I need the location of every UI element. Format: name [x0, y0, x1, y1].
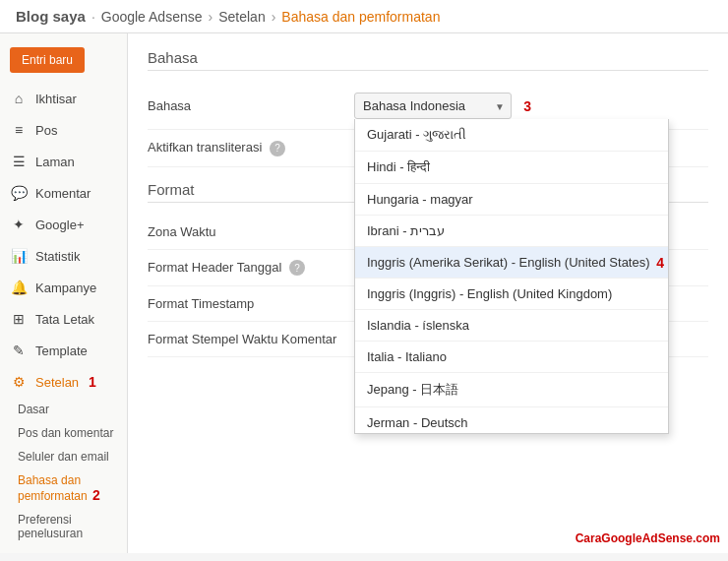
num4-label: 4: [656, 255, 664, 271]
bahasa-dropdown-selected: Bahasa Indonesia: [363, 98, 465, 113]
chevron-down-icon: ▼: [495, 100, 505, 111]
sidebar-label-laman: Laman: [35, 155, 75, 169]
header-arrow2: ›: [272, 9, 276, 25]
sidebar-item-laman[interactable]: ☰ Laman: [0, 146, 127, 177]
home-icon: ⌂: [10, 90, 28, 107]
transliterasi-field-label: Aktifkan transliterasi ?: [148, 140, 344, 156]
setelan-icon: ⚙: [10, 373, 28, 391]
tataletak-icon: ⊞: [10, 310, 28, 328]
sidebar-item-statistik[interactable]: 📊 Statistik: [0, 240, 127, 272]
sidebar-label-setelan: Setelan: [35, 375, 79, 390]
dropdown-item-gujarati[interactable]: Gujarati - ગુજરાતી: [355, 119, 668, 152]
dropdown-item-islandia[interactable]: Islandia - íslenska: [355, 310, 668, 342]
sidebar-label-template: Template: [35, 343, 88, 358]
kampanye-icon: 🔔: [10, 279, 28, 296]
dropdown-item-inggris-us[interactable]: Inggris (Amerika Serikat) - English (Uni…: [355, 247, 668, 279]
header-current: Bahasa dan pemformatan: [281, 9, 440, 25]
sidebar-item-template[interactable]: ✎ Template: [0, 335, 127, 366]
dropdown-item-italia[interactable]: Italia - Italiano: [355, 342, 668, 373]
sidebar-subitem-seluler[interactable]: Seluler dan email: [0, 445, 127, 468]
header-adsense: Google Adsense: [101, 9, 203, 25]
sidebar-item-pos[interactable]: ≡ Pos: [0, 114, 127, 146]
bahasa-dropdown-button[interactable]: Bahasa Indonesia ▼: [354, 93, 512, 119]
sidebar-label-googleplus: Google+: [35, 218, 85, 232]
googleplus-icon: ✦: [10, 216, 28, 233]
sidebar-subitem-preferensi[interactable]: Preferensi penelusuran: [0, 508, 127, 545]
bahasa-section-title: Bahasa: [148, 49, 708, 71]
stempel-field-label: Format Stempel Waktu Komentar: [148, 332, 344, 346]
header-section: Setelan: [218, 9, 265, 25]
header-blog: Blog saya: [16, 8, 86, 25]
layout: Entri baru ⌂ Ikhtisar ≡ Pos ☰ Laman 💬 Ko…: [0, 33, 728, 553]
pos-icon: ≡: [10, 121, 28, 139]
laman-icon: ☰: [10, 153, 28, 170]
timestamp-field-label: Format Timestamp: [148, 296, 344, 311]
sidebar-label-kampanye: Kampanye: [35, 280, 96, 295]
new-entry-button[interactable]: Entri baru: [10, 47, 85, 73]
dropdown-item-hindi[interactable]: Hindi - हिन्दी: [355, 152, 668, 184]
header-arrow1: ›: [209, 9, 213, 25]
dropdown-item-jepang[interactable]: Jepang - 日本語: [355, 373, 668, 407]
dropdown-item-ibrani[interactable]: Ibrani - עברית: [355, 216, 668, 247]
bahasa-dropdown-wrapper: Bahasa Indonesia ▼ 3 Gujarati - ગુજરાતી …: [354, 93, 512, 119]
bahasa-field-row: Bahasa Bahasa Indonesia ▼ 3 Gujarati - ગ…: [148, 83, 708, 130]
statistik-icon: 📊: [10, 247, 28, 265]
sidebar-item-kampanye[interactable]: 🔔 Kampanye: [0, 272, 127, 303]
dropdown-item-jerman[interactable]: Jerman - Deutsch: [355, 407, 668, 434]
sidebar: Entri baru ⌂ Ikhtisar ≡ Pos ☰ Laman 💬 Ko…: [0, 33, 128, 553]
num1-label: 1: [89, 374, 96, 390]
sidebar-label-komentar: Komentar: [35, 186, 91, 201]
header: Blog saya · Google Adsense › Setelan › B…: [0, 0, 728, 33]
main-content: Bahasa Bahasa Bahasa Indonesia ▼ 3 Gujar…: [128, 33, 728, 553]
sidebar-subitem-bahasa[interactable]: Bahasa dan pemformatan 2: [0, 468, 127, 508]
sidebar-label-tataletak: Tata Letak: [35, 312, 94, 327]
sidebar-item-googleplus[interactable]: ✦ Google+: [0, 209, 127, 240]
header-sep1: ·: [91, 9, 95, 25]
sidebar-subitem-dasar[interactable]: Dasar: [0, 398, 127, 421]
header-tanggal-help-icon[interactable]: ?: [289, 260, 305, 276]
header-tanggal-field-label: Format Header Tanggal ?: [148, 260, 344, 277]
num3-label: 3: [523, 98, 531, 114]
bahasa-field-label: Bahasa: [148, 98, 344, 113]
sidebar-item-komentar[interactable]: 💬 Komentar: [0, 177, 127, 209]
dropdown-item-inggris-uk[interactable]: Inggris (Inggris) - English (United King…: [355, 279, 668, 310]
komentar-icon: 💬: [10, 184, 28, 202]
sidebar-label-ikhtisar: Ikhtisar: [35, 92, 77, 106]
sidebar-item-ikhtisar[interactable]: ⌂ Ikhtisar: [0, 83, 127, 114]
watermark: CaraGoogleAdSense.com: [576, 531, 720, 545]
sidebar-item-tataletak[interactable]: ⊞ Tata Letak: [0, 303, 127, 335]
bahasa-dropdown-list[interactable]: Gujarati - ગુજરાતી Hindi - हिन्दी Hungar…: [354, 119, 669, 434]
zona-field-label: Zona Waktu: [148, 224, 344, 239]
template-icon: ✎: [10, 342, 28, 359]
sidebar-label-pos: Pos: [35, 123, 57, 138]
dropdown-item-hungaria[interactable]: Hungaria - magyar: [355, 184, 668, 216]
transliterasi-help-icon[interactable]: ?: [270, 141, 285, 156]
sidebar-subitem-posdankomentar[interactable]: Pos dan komentar: [0, 421, 127, 445]
num2-label: 2: [92, 487, 100, 503]
sidebar-label-statistik: Statistik: [35, 249, 81, 264]
sidebar-item-setelan[interactable]: ⚙ Setelan 1: [0, 366, 127, 398]
